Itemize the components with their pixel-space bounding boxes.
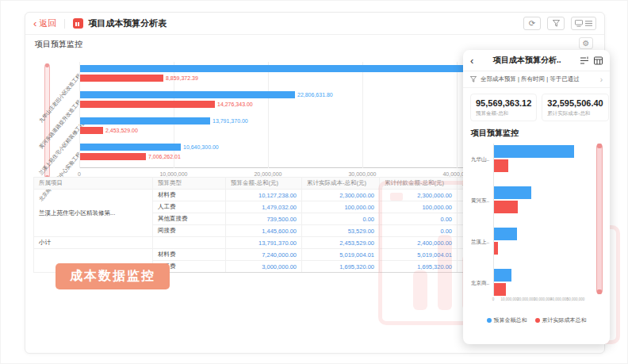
panel-datazoom-slider[interactable] xyxy=(596,144,603,294)
legend-dot xyxy=(535,318,540,323)
cell-value: 1,695,320.00 xyxy=(380,261,458,273)
cell-value: 100,000.00 xyxy=(380,201,458,213)
bar-budget xyxy=(494,186,531,199)
cell-project: 兰溪上苑住宅小区精装修第... xyxy=(34,190,153,237)
bar-actual xyxy=(494,242,498,255)
panel-filter-bar[interactable]: 全部成本预算 | 所有时间 | 等于已通过 › xyxy=(463,71,610,88)
bar-data-label: 14,276,343.00 xyxy=(217,101,253,108)
cell-value: 13,791,370.00 xyxy=(226,237,302,249)
page-title: 项目成本预算分析表 xyxy=(88,17,167,29)
back-label: 返回 xyxy=(39,17,56,29)
toolbar: ⟳ xyxy=(523,17,596,30)
mobile-preview-panel: ‹ 项目成本预算分析.. 全部成本预算 | 所有时间 | 等于已通过 › xyxy=(463,50,610,344)
list-icon xyxy=(585,20,592,27)
table-header-cell: 累计付款金额-总和(元) xyxy=(380,178,458,190)
bar-budget xyxy=(494,269,511,282)
gridline xyxy=(457,62,458,168)
x-tick-label: 40,000,000 xyxy=(550,297,569,301)
cell-budget-type: 间接费 xyxy=(153,225,226,237)
cell-value: 2,300,000.00 xyxy=(302,190,380,201)
x-tick-label: 20,000,000 xyxy=(254,171,281,177)
cost-monitor-badge: 成本数据监控 xyxy=(56,263,170,289)
bar-budget xyxy=(494,145,574,158)
x-tick-label: 30,000,000 xyxy=(534,297,552,301)
bar-actual xyxy=(80,101,215,108)
cell-budget-type: 材料费 xyxy=(153,249,226,261)
display-export-button[interactable] xyxy=(571,17,596,30)
panel-filter-text: 全部成本预算 | 所有时间 | 等于已通过 xyxy=(481,75,580,83)
titlebar-divider xyxy=(64,19,65,29)
stat-actual-total: 32,595,506.40 累计实际成本-总和 xyxy=(542,94,608,121)
panel-title: 项目成本预算分析.. xyxy=(473,55,580,66)
bar-actual xyxy=(494,201,518,213)
legend-label: 预算金额总和 xyxy=(494,316,527,324)
bar-budget xyxy=(80,91,295,98)
table-header-cell: 预算金额-总和(元) xyxy=(226,178,302,190)
cell-value: 0.00 xyxy=(302,213,380,225)
cell-budget-type: 其他直接费 xyxy=(153,213,226,225)
back-button[interactable]: ‹ 返回 xyxy=(33,17,56,29)
panel-legend: 预算金额总和累计实际成本总和 xyxy=(463,316,610,324)
x-tick-label: 30,000,000 xyxy=(348,171,376,177)
cell-value: 1,695,320.00 xyxy=(302,261,380,273)
gear-icon: ⚙ xyxy=(583,39,590,48)
cell-value: 10,127,238.00 xyxy=(226,190,302,201)
x-tick-label: 0 xyxy=(492,297,495,301)
refresh-icon: ⟳ xyxy=(529,19,535,28)
chevron-right-icon: › xyxy=(600,75,603,84)
funnel-icon xyxy=(470,76,477,82)
cell-value: 739,500.00 xyxy=(226,213,302,225)
chart-settings-button[interactable]: ⚙ xyxy=(579,37,593,49)
stat-budget-total: 95,569,363.12 预算金额-总和 xyxy=(470,94,537,121)
back-arrow-icon: ‹ xyxy=(33,18,36,29)
cell-value: 0.00 xyxy=(380,213,458,225)
cell-value: 0.00 xyxy=(380,225,458,237)
main-plot-area: 8,859,372.3922,806,631.8014,276,343.0013… xyxy=(79,62,523,168)
bar-data-label: 10,640,300.00 xyxy=(183,144,219,151)
stat-label: 预算金额-总和 xyxy=(476,110,531,117)
category-label: 北京商.. xyxy=(471,280,492,287)
bar-actual xyxy=(494,283,506,296)
table-header-cell: 所属项目 xyxy=(34,178,153,190)
legend-item[interactable]: 预算金额总和 xyxy=(487,316,527,324)
cell-subtotal: 小计 xyxy=(34,237,153,249)
bar-actual xyxy=(494,159,508,172)
refresh-button[interactable]: ⟳ xyxy=(523,17,541,30)
cell-value: 7,240,000.00 xyxy=(226,249,302,261)
cell-budget-type: 人工费 xyxy=(153,201,226,213)
cell-budget-type xyxy=(153,237,226,249)
titlebar: ‹ 返回 项目成本预算分析表 ⟳ xyxy=(25,13,604,35)
table-header-cell: 预算类型 xyxy=(153,178,226,190)
chart-section-title: 项目预算监控 xyxy=(35,39,82,50)
category-label: 九华山.. xyxy=(471,156,492,163)
bar-actual xyxy=(80,75,163,82)
cell-budget-type: 材料费 xyxy=(153,190,226,201)
sort-list-icon[interactable] xyxy=(580,56,589,65)
bar-data-label: 8,859,372.39 xyxy=(166,75,198,82)
stat-value: 95,569,363.12 xyxy=(476,98,531,108)
category-label: 兰溪上.. xyxy=(471,239,492,246)
bar-data-label: 7,006,262.01 xyxy=(148,153,181,160)
table-grid-icon[interactable] xyxy=(594,56,603,65)
x-tick-label: 10,000,000 xyxy=(501,297,519,301)
gridline xyxy=(268,62,269,168)
report-app-icon xyxy=(73,18,83,29)
panel-chart: 九华山..黄河东..兰溪上..北京商.. 010,000,00020,000,0… xyxy=(471,144,602,312)
cell-value: 3,000,000.00 xyxy=(226,261,302,273)
cell-value: 5,019,004.01 xyxy=(302,249,380,261)
bar-budget xyxy=(80,144,181,151)
funnel-icon xyxy=(553,20,560,27)
bar-data-label: 13,791,370.00 xyxy=(213,117,248,125)
legend-item[interactable]: 累计实际成本总和 xyxy=(535,316,587,324)
filter-button[interactable] xyxy=(547,17,565,30)
legend-dot xyxy=(487,318,492,323)
legend-label: 累计实际成本总和 xyxy=(542,316,587,324)
stat-value: 32,595,506.40 xyxy=(547,98,603,108)
x-tick-label: 20,000,000 xyxy=(517,297,535,301)
cell-value: 1,445,600.00 xyxy=(226,225,302,237)
bar-budget xyxy=(494,228,517,240)
panel-header: ‹ 项目成本预算分析.. xyxy=(463,50,610,71)
x-axis-line xyxy=(79,167,480,168)
bar-data-label: 2,453,529.00 xyxy=(105,127,138,134)
panel-stats: 95,569,363.12 预算金额-总和 32,595,506.40 累计实际… xyxy=(463,88,610,125)
